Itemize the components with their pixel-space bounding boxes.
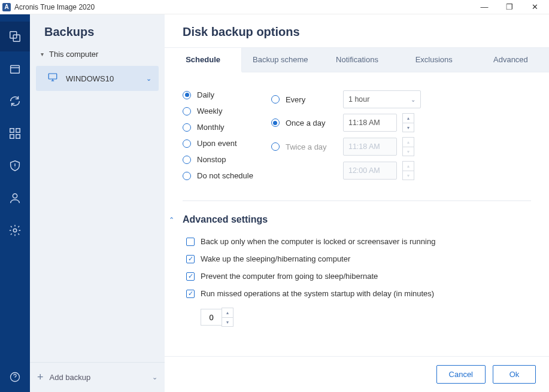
input-twice-time-1: 11:18 AM (343, 138, 397, 156)
spinner-twice-time-2: ▴▾ (402, 161, 414, 180)
radio-label: Daily (197, 90, 214, 99)
plus-icon: + (37, 371, 44, 384)
check-prevent-sleep[interactable]: Prevent the computer from going to sleep… (186, 272, 531, 281)
app-icon: A (2, 3, 11, 11)
svg-rect-3 (10, 129, 14, 132)
minimize-button[interactable]: — (477, 2, 492, 11)
close-button[interactable]: ✕ (527, 2, 542, 11)
add-backup-button[interactable]: + Add backup ⌄ (30, 362, 165, 392)
content: Disk backup options Schedule Backup sche… (165, 14, 549, 392)
radio-nonstop[interactable]: Nonstop (183, 155, 253, 164)
radio-do-not-schedule[interactable]: Do not schedule (183, 171, 253, 180)
time-value: 11:18 AM (348, 142, 392, 151)
radio-once-a-day[interactable]: Once a day (271, 118, 337, 127)
combo-every-interval[interactable]: 1 hour⌄ (343, 90, 421, 108)
rail-sync-icon[interactable] (0, 86, 30, 116)
spinner-twice-time-1: ▴▾ (402, 137, 414, 156)
check-wake-computer[interactable]: Wake up the sleeping/hibernating compute… (186, 254, 531, 263)
radio-label: Every (286, 95, 305, 104)
check-run-missed-on-startup[interactable]: Run missed operations at the system star… (186, 289, 531, 298)
radio-label: Nonstop (197, 155, 226, 164)
spin-up-icon: ▴ (403, 162, 414, 171)
radio-label: Do not schedule (197, 171, 253, 180)
svg-rect-4 (16, 129, 20, 132)
input-twice-time-2: 12:00 AM (343, 162, 397, 180)
tree-root-this-computer[interactable]: ▾ This computer (30, 46, 165, 62)
sidebar-item-windows10[interactable]: WINDOWS10 ⌄ (36, 66, 159, 91)
radio-every[interactable]: Every (271, 95, 337, 104)
rail-settings-icon[interactable] (0, 215, 30, 245)
tab-notifications[interactable]: Notifications (319, 48, 395, 72)
chevron-up-icon: ⌃ (166, 216, 177, 224)
page-title: Disk backup options (165, 14, 549, 47)
advanced-settings-body: Back up only when the computer is locked… (183, 225, 531, 327)
time-value: 12:00 AM (348, 166, 392, 175)
sidebar-item-label: WINDOWS10 (66, 74, 146, 83)
time-value: 11:18 AM (348, 118, 392, 127)
tab-advanced[interactable]: Advanced (472, 48, 549, 72)
check-label: Run missed operations at the system star… (201, 289, 434, 298)
monitor-icon (47, 72, 59, 85)
svg-point-7 (13, 194, 17, 198)
svg-rect-5 (10, 135, 14, 138)
advanced-settings-title: Advanced settings (183, 214, 268, 225)
sidebar-header: Backups (30, 14, 165, 46)
tab-schedule[interactable]: Schedule (165, 48, 242, 72)
check-label: Back up only when the computer is locked… (201, 237, 435, 246)
app-title: Acronis True Image 2020 (14, 3, 477, 11)
add-backup-label: Add backup (50, 373, 152, 382)
frequency-group: Daily Weekly Monthly Upon event Nonstop … (183, 90, 253, 180)
rail-tools-icon[interactable] (0, 118, 30, 148)
rail-account-icon[interactable] (0, 183, 30, 213)
chevron-down-icon: ⌄ (411, 96, 415, 103)
titlebar: A Acronis True Image 2020 — ❐ ✕ (0, 0, 549, 14)
mode-group: Every 1 hour⌄ Once a day 11:18 AM ▴▾ Twi… (271, 90, 421, 180)
advanced-settings-toggle[interactable]: ⌃ Advanced settings (166, 214, 531, 225)
radio-daily[interactable]: Daily (183, 90, 253, 99)
radio-upon-event[interactable]: Upon event (183, 139, 253, 148)
tab-backup-scheme[interactable]: Backup scheme (242, 48, 319, 72)
window-controls: — ❐ ✕ (477, 2, 547, 11)
spin-down-icon: ▾ (403, 171, 414, 180)
spinner-once-time[interactable]: ▴▾ (402, 113, 414, 132)
chevron-down-icon: ⌄ (146, 75, 151, 83)
spin-down-icon: ▾ (403, 147, 414, 156)
radio-twice-a-day[interactable]: Twice a day (271, 142, 337, 151)
nav-rail (0, 14, 30, 392)
cancel-button[interactable]: Cancel (436, 365, 486, 384)
spin-down-icon[interactable]: ▾ (222, 317, 233, 326)
tab-exclusions[interactable]: Exclusions (396, 48, 472, 72)
divider (183, 200, 531, 201)
spinner-startup-delay[interactable]: ▴▾ (222, 308, 233, 327)
spin-up-icon[interactable]: ▴ (222, 308, 233, 317)
maximize-button[interactable]: ❐ (502, 2, 517, 11)
spin-up-icon: ▴ (403, 138, 414, 147)
spin-up-icon[interactable]: ▴ (403, 114, 414, 123)
svg-rect-6 (16, 135, 20, 138)
chevron-down-icon: ⌄ (152, 373, 157, 381)
radio-label: Weekly (197, 107, 222, 116)
radio-label: Monthly (197, 123, 225, 132)
ok-button[interactable]: Ok (493, 365, 536, 384)
spin-down-icon[interactable]: ▾ (403, 123, 414, 132)
radio-monthly[interactable]: Monthly (183, 123, 253, 132)
rail-help-icon[interactable] (0, 362, 30, 392)
radio-weekly[interactable]: Weekly (183, 107, 253, 116)
panel-schedule: Daily Weekly Monthly Upon event Nonstop … (165, 72, 549, 356)
svg-rect-10 (48, 74, 57, 79)
check-label: Prevent the computer from going to sleep… (201, 272, 378, 281)
chevron-down-icon: ▾ (38, 51, 46, 57)
tabs: Schedule Backup scheme Notifications Exc… (165, 47, 549, 72)
radio-label: Twice a day (286, 142, 327, 151)
check-backup-when-locked[interactable]: Back up only when the computer is locked… (186, 237, 531, 246)
tree-root-label: This computer (49, 50, 98, 59)
radio-label: Once a day (286, 118, 326, 127)
rail-protection-icon[interactable] (0, 151, 30, 181)
input-startup-delay[interactable] (201, 309, 222, 326)
combo-value: 1 hour (348, 95, 411, 104)
rail-backup-icon[interactable] (0, 22, 30, 51)
input-once-time[interactable]: 11:18 AM (343, 114, 397, 132)
svg-point-8 (13, 229, 17, 232)
radio-label: Upon event (197, 139, 237, 148)
rail-archive-icon[interactable] (0, 54, 30, 84)
